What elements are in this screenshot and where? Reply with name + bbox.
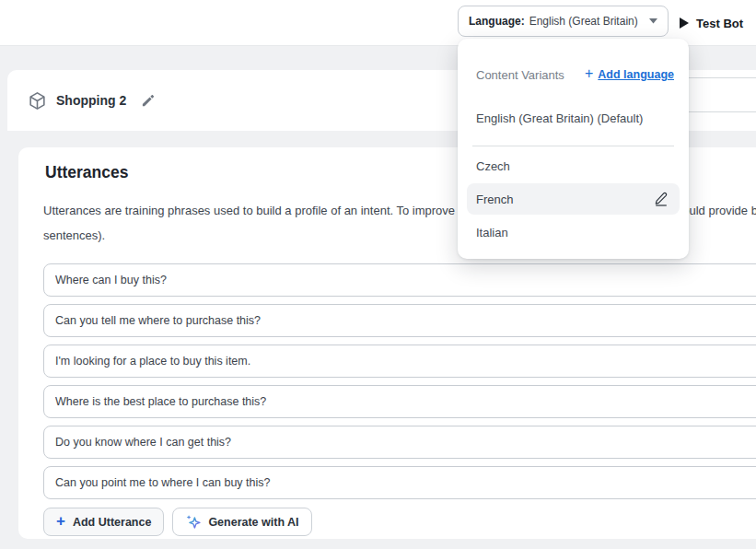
plus-icon: + xyxy=(585,66,593,81)
default-language-label: English (Great Britain) (Default) xyxy=(476,111,643,125)
add-language-link[interactable]: + Add language xyxy=(585,68,674,81)
utterances-title: Utterances xyxy=(45,163,128,182)
add-language-label: Add language xyxy=(598,68,674,81)
language-value: English (Great Britain) xyxy=(529,15,638,28)
language-item-italian[interactable]: Italian xyxy=(476,218,508,246)
language-item-default[interactable]: English (Great Britain) (Default) xyxy=(476,104,643,132)
utterance-input-6[interactable] xyxy=(43,466,756,499)
language-item-czech[interactable]: Czech xyxy=(476,152,510,180)
italian-label: Italian xyxy=(476,226,508,239)
play-icon xyxy=(680,18,689,29)
content-variants-row: Content Variants + Add language xyxy=(476,61,674,88)
utterance-input-5[interactable] xyxy=(43,426,756,459)
utterance-input-4[interactable] xyxy=(43,385,756,418)
utterance-input-3[interactable] xyxy=(43,345,756,378)
utterance-list xyxy=(43,263,756,499)
utterance-actions: + Add Utterance Generate with AI xyxy=(43,508,312,536)
intent-title: Shopping 2 xyxy=(56,93,126,108)
french-label: French xyxy=(476,193,513,206)
chevron-down-icon xyxy=(649,18,657,24)
cube-icon xyxy=(28,91,47,111)
test-bot-label: Test Bot xyxy=(696,17,743,30)
language-item-french[interactable]: French xyxy=(467,183,680,215)
dropdown-divider xyxy=(472,146,674,146)
add-utterance-button[interactable]: + Add Utterance xyxy=(43,508,164,536)
ai-sparkle-icon xyxy=(185,514,201,530)
edit-intent-name-icon[interactable] xyxy=(141,94,155,108)
generate-with-ai-label: Generate with AI xyxy=(208,516,298,529)
language-label: Language: xyxy=(469,15,525,28)
edit-language-icon[interactable] xyxy=(654,192,669,206)
language-dropdown-button[interactable]: Language: English (Great Britain) xyxy=(458,6,669,37)
utterance-input-1[interactable] xyxy=(43,263,756,297)
plus-icon: + xyxy=(56,513,65,529)
generate-with-ai-button[interactable]: Generate with AI xyxy=(172,508,311,536)
language-dropdown-panel: Content Variants + Add language English … xyxy=(458,39,689,259)
test-bot-button[interactable]: Test Bot xyxy=(680,0,743,46)
czech-label: Czech xyxy=(476,159,510,173)
utterance-input-2[interactable] xyxy=(43,304,756,337)
content-variants-label: Content Variants xyxy=(476,68,564,82)
add-utterance-label: Add Utterance xyxy=(73,516,151,529)
